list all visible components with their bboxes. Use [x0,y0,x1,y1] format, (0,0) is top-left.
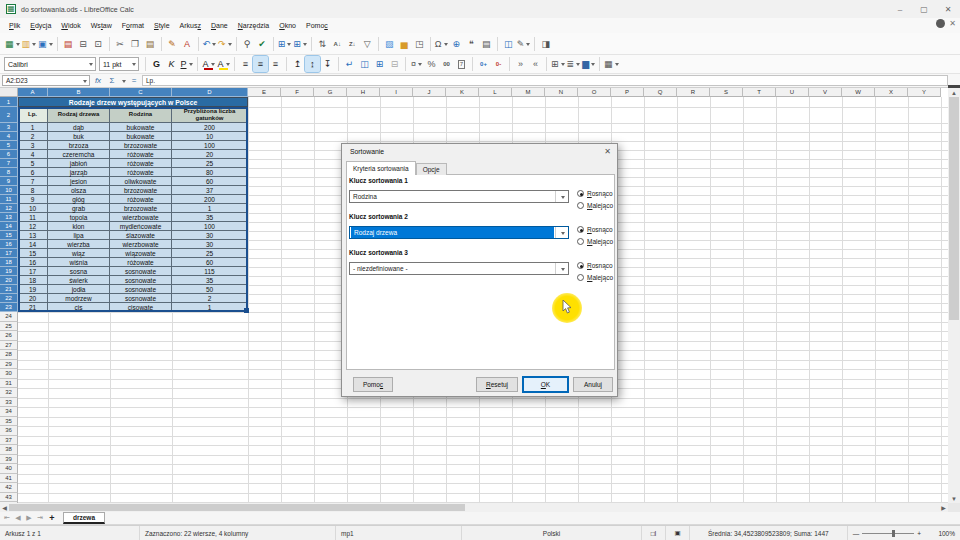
column-header-U[interactable]: U [776,88,809,97]
select-all-corner[interactable] [0,88,18,97]
row-header-5[interactable]: 5 [0,141,18,150]
row-header-11[interactable]: 11 [0,195,18,204]
column-header-D[interactable]: D [172,88,248,97]
chevron-down-icon[interactable] [16,43,20,48]
close-button[interactable]: ✕ [936,0,960,18]
table-cell[interactable]: 20 [172,150,248,159]
table-cell[interactable]: 16 [18,258,48,267]
table-cell[interactable]: wierzba [48,240,110,249]
horizontal-scrollbar[interactable]: ◀ ▶ [0,503,948,512]
table-cell[interactable]: 10 [18,204,48,213]
column-header-R[interactable]: R [677,88,710,97]
zoom-level[interactable]: 100% [926,526,960,540]
table-cell[interactable]: lipa [48,231,110,240]
row-header-34[interactable]: 34 [0,407,18,417]
formula-input[interactable]: Lp. [142,75,948,86]
chevron-down-icon[interactable] [576,63,580,68]
chevron-down-icon[interactable] [615,63,619,68]
table-cell[interactable]: bukowate [110,132,172,141]
vertical-scroll-thumb[interactable] [949,97,959,320]
sort-icon[interactable]: ⇅ [315,36,330,52]
clear-formatting-icon[interactable]: A [180,36,195,52]
table-cell[interactable]: jesion [48,177,110,186]
column-header-F[interactable]: F [281,88,314,97]
function-wizard-icon[interactable]: fx [92,76,104,85]
format-number-icon[interactable]: 00 [439,56,454,72]
table-cell[interactable]: różowate [110,150,172,159]
table-cell[interactable]: wiąz [48,249,110,258]
chevron-down-icon[interactable] [526,43,530,48]
align-left-icon[interactable]: ≡ [238,56,253,72]
column-header-Y[interactable]: Y [908,88,941,97]
insert-comment-icon[interactable]: ❝ [464,36,479,52]
row-header-28[interactable]: 28 [0,350,18,360]
align-top-icon[interactable]: ↥ [290,56,305,72]
merge-cells-icon[interactable]: ⊞ [372,56,387,72]
row-header-17[interactable]: 17 [0,249,18,258]
table-cell[interactable]: 200 [172,195,248,204]
table-cell[interactable]: 1 [172,204,248,213]
menu-item-plik[interactable]: Plik [4,20,25,31]
chevron-down-icon[interactable] [212,43,216,48]
insert-hyperlink-icon[interactable]: ⊕ [449,36,464,52]
column-header-B[interactable]: B [48,88,110,97]
column-header-V[interactable]: V [809,88,842,97]
table-cell[interactable]: 35 [172,276,248,285]
table-cell[interactable]: wiśnia [48,258,110,267]
table-cell[interactable]: głóg [48,195,110,204]
column-header-M[interactable]: M [512,88,545,97]
scroll-right-icon[interactable]: ▶ [939,503,948,512]
row-header-2[interactable]: 2 [0,107,18,123]
scroll-up-icon[interactable]: ▲ [948,88,960,97]
table-cell[interactable]: oliwkowate [110,177,172,186]
document-modified-icon[interactable]: ▣ [666,526,690,540]
column-header-C[interactable]: C [110,88,172,97]
row-header-38[interactable]: 38 [0,445,18,455]
table-cell[interactable]: 6 [18,168,48,177]
chevron-down-icon[interactable] [49,43,53,48]
column-header-K[interactable]: K [446,88,479,97]
font-size-combo[interactable]: 11 pkt [99,57,139,71]
next-sheet-icon[interactable]: ▶ [24,514,34,522]
zoom-slider[interactable]: — + [848,530,926,537]
minimize-button[interactable]: – [888,0,912,18]
row-header-42[interactable]: 42 [0,483,18,493]
font-name-combo[interactable]: Calibri [4,57,96,71]
menu-item-okno[interactable]: Okno [274,20,301,31]
row-header-21[interactable]: 21 [0,285,18,294]
chevron-down-icon[interactable] [189,63,193,68]
add-sheet-button[interactable]: + [46,513,58,523]
row-header-14[interactable]: 14 [0,222,18,231]
sort-key-1-dropdown[interactable]: Rodzina [349,190,569,203]
row-header-18[interactable]: 18 [0,258,18,267]
table-cell[interactable]: 14 [18,240,48,249]
table-cell[interactable]: 21 [18,303,48,312]
merge-center-cells-icon[interactable]: ◫ [357,56,372,72]
user-profile-icon[interactable] [936,19,945,28]
sidebar-toggle-icon[interactable]: ◨ [538,36,553,52]
insert-columns-icon[interactable]: ⊞ [292,36,308,52]
table-cell[interactable]: 4 [18,150,48,159]
table-column-header[interactable]: Przybliżona liczba gatunków [172,107,248,123]
column-header-L[interactable]: L [479,88,512,97]
italic-icon[interactable]: K [164,56,179,72]
sort-key-3-descending-radio[interactable]: Malejąco [577,274,613,281]
row-header-27[interactable]: 27 [0,341,18,351]
open-file-icon[interactable]: ▥ [21,36,38,52]
table-cell[interactable]: różowate [110,168,172,177]
vertical-scrollbar[interactable]: ▲ ▼ [948,88,960,503]
sort-descending-icon[interactable]: Z↓ [345,36,360,52]
scroll-down-icon[interactable]: ▼ [948,494,960,503]
row-header-22[interactable]: 22 [0,294,18,303]
table-cell[interactable]: różowate [110,159,172,168]
table-cell[interactable]: 13 [18,231,48,240]
font-color-icon[interactable]: A [201,56,216,72]
table-cell[interactable]: wierzbowate [110,240,172,249]
table-cell[interactable]: 80 [172,168,248,177]
row-header-35[interactable]: 35 [0,417,18,427]
cancel-button[interactable]: Anuluj [573,377,613,392]
table-cell[interactable]: 3 [18,141,48,150]
table-cell[interactable]: klon [48,222,110,231]
table-cell[interactable]: 100 [172,141,248,150]
align-bottom-icon[interactable]: ↧ [320,56,335,72]
